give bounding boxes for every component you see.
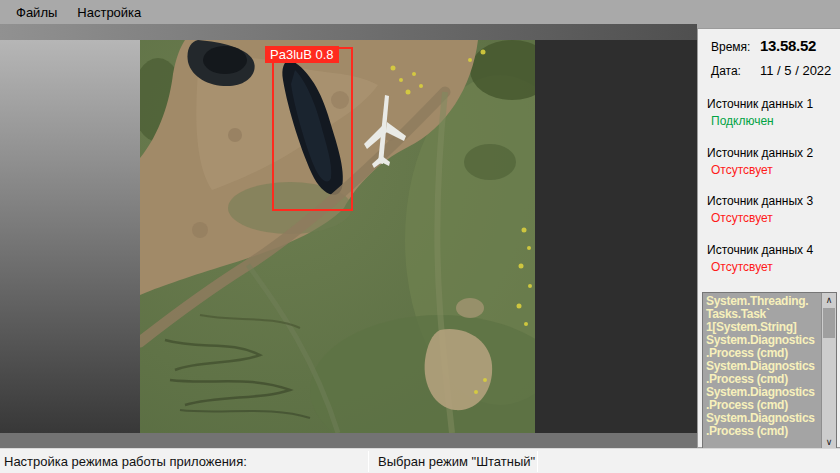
status-bar-separator <box>537 451 538 472</box>
data-source-2-label: Источник данных 2 <box>707 146 813 160</box>
data-source-1-label: Источник данных 1 <box>707 97 813 111</box>
viewer-left-gutter <box>0 40 140 433</box>
detection-bounding-box: Pa3luB 0.8 <box>272 47 353 211</box>
log-scrollbar[interactable]: ∧ ∨ <box>821 293 836 449</box>
data-source-1: Источник данных 1 Подключен <box>707 97 813 128</box>
viewer-area: Pa3luB 0.8 <box>0 24 697 448</box>
viewer-bottom-strip <box>0 433 697 448</box>
scroll-down-icon[interactable]: ∨ <box>822 435 836 449</box>
date-value: 11 / 5 / 2022 <box>760 63 831 78</box>
status-bar: Настройка режима работы приложения: Выбр… <box>0 448 840 473</box>
date-label: Дата: <box>711 64 741 78</box>
scrollbar-thumb[interactable] <box>823 308 835 338</box>
data-source-3-status: Отсутсвует <box>711 211 813 225</box>
data-source-4-status: Отсутсвует <box>711 260 813 274</box>
status-bar-left-text: Настройка режима работы приложения: <box>4 454 247 469</box>
scroll-up-icon[interactable]: ∧ <box>822 293 836 307</box>
data-source-2-status: Отсутсвует <box>711 163 813 177</box>
log-box[interactable]: System.Threading. Tasks.Task` 1[System.S… <box>702 292 837 450</box>
viewer-top-strip <box>0 24 697 40</box>
status-bar-mode-text: Выбран режим "Штатный" <box>378 454 535 469</box>
data-source-1-status: Подключен <box>711 114 813 128</box>
data-source-2: Источник данных 2 Отсутсвует <box>707 146 813 177</box>
data-source-3-label: Источник данных 3 <box>707 194 813 208</box>
data-source-3: Источник данных 3 Отсутсвует <box>707 194 813 225</box>
aerial-photo: Pa3luB 0.8 <box>140 40 535 433</box>
status-bar-separator <box>368 451 369 472</box>
data-source-4: Источник данных 4 Отсутсвует <box>707 243 813 274</box>
app-window: Файлы Настройка <box>0 0 840 473</box>
menu-bar: Файлы Настройка <box>0 0 840 24</box>
menu-settings[interactable]: Настройка <box>67 2 151 23</box>
detection-label: Pa3luB 0.8 <box>265 46 339 63</box>
time-label: Время: <box>711 40 750 54</box>
info-panel: Время: 13.58.52 Дата: 11 / 5 / 2022 Исто… <box>697 28 840 448</box>
menu-files[interactable]: Файлы <box>6 2 67 23</box>
time-value: 13.58.52 <box>760 37 816 54</box>
log-line: .Process (cmd) <box>706 425 821 438</box>
data-source-4-label: Источник данных 4 <box>707 243 813 257</box>
log-lines: System.Threading. Tasks.Task` 1[System.S… <box>703 293 821 449</box>
